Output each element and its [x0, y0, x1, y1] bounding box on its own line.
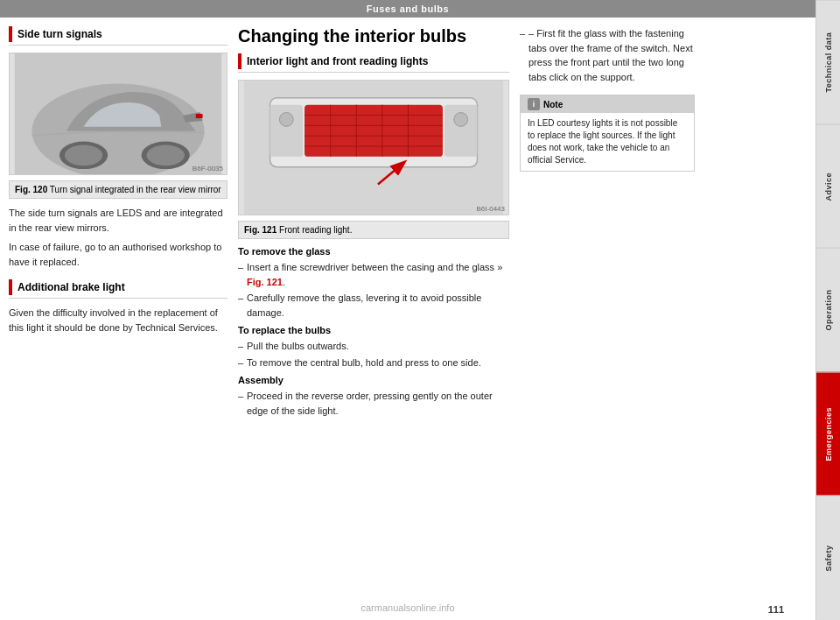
additional-brake-heading: Additional brake light [9, 279, 228, 299]
header-title: Fuses and bulbs [367, 4, 449, 14]
red-bar-decoration [9, 26, 12, 42]
right-column: – First fit the glass with the fastening… [520, 26, 695, 611]
fig-120-label: Fig. 120 [15, 185, 47, 194]
svg-rect-2 [196, 114, 203, 118]
red-bar-decoration-2 [9, 279, 12, 295]
svg-point-21 [454, 113, 468, 127]
page-number: 111 [768, 604, 784, 615]
remove-item-1: Insert a fine screwdriver between the ca… [238, 260, 509, 289]
remove-glass-heading: To remove the glass [238, 246, 509, 257]
watermark: carmanualsonline.info [360, 602, 454, 613]
fig-121-text: Front reading light. [279, 225, 352, 235]
fig-120-caption: Fig. 120 Turn signal integrated in the r… [9, 180, 228, 199]
replace-item-1: Pull the bulbs outwards. [238, 339, 509, 354]
right-text-1: – First fit the glass with the fastening… [520, 26, 695, 84]
left-column: Side turn signals [9, 26, 228, 611]
fig-121-label: Fig. 121 [244, 225, 276, 235]
fig-121-ref[interactable]: Fig. 121 [247, 277, 283, 287]
fig-121-caption: Fig. 121 Front reading light. [238, 221, 509, 239]
car-image: B6F-0035 [9, 53, 228, 175]
additional-brake-body: Given the difficulty involved in the rep… [9, 306, 228, 335]
tab-operation[interactable]: Operation [816, 248, 840, 372]
interior-light-image: B6I-0443 [238, 80, 509, 215]
side-turn-signals-label: Side turn signals [18, 28, 102, 40]
svg-rect-9 [304, 105, 443, 157]
tab-technical-data[interactable]: Technical data [816, 0, 840, 124]
right-sidebar: Technical data Advice Operation Emergenc… [816, 0, 840, 620]
note-box: i Note In LED courtesy lights it is not … [520, 95, 695, 172]
red-bar-decoration-3 [238, 53, 242, 69]
content-area: Side turn signals [0, 18, 816, 620]
middle-column: Changing the interior bulbs Interior lig… [238, 26, 509, 611]
assembly-heading: Assembly [238, 375, 509, 385]
interior-light-heading: Interior light and front reading lights [238, 53, 509, 73]
remove-item-2: Carefully remove the glass, levering it … [238, 291, 509, 320]
assembly-item-1: Proceed in the reverse order, pressing g… [238, 389, 509, 418]
main-title: Changing the interior bulbs [238, 26, 509, 46]
note-icon: i [528, 98, 540, 110]
middle-img-code: B6I-0443 [477, 205, 505, 213]
left-img-code: B6F-0035 [192, 165, 223, 173]
tab-advice[interactable]: Advice [816, 124, 840, 249]
tab-emergencies[interactable]: Emergencies [816, 372, 840, 497]
note-text: In LED courtesy lights it is not possibl… [528, 118, 677, 165]
replace-bulbs-heading: To replace the bulbs [238, 325, 509, 335]
additional-brake-label: Additional brake light [18, 281, 125, 293]
side-turn-body-2: In case of failure, go to an authorised … [9, 240, 228, 269]
main-content: Fuses and bulbs Side turn signals [0, 0, 816, 620]
interior-light-label: Interior light and front reading lights [247, 55, 428, 67]
svg-point-6 [147, 144, 185, 166]
note-body: In LED courtesy lights it is not possibl… [521, 113, 694, 171]
note-label: Note [543, 100, 563, 109]
replace-item-2: To remove the central bulb, hold and pre… [238, 356, 509, 370]
side-turn-signals-heading: Side turn signals [9, 26, 228, 46]
svg-point-4 [65, 144, 102, 166]
fig-120-text: Turn signal integrated in the rear view … [50, 185, 221, 194]
header-bar: Fuses and bulbs [0, 0, 816, 18]
side-turn-body-1: The side turn signals are LEDS and are i… [9, 206, 228, 235]
svg-point-20 [279, 113, 293, 127]
note-header: i Note [521, 95, 694, 113]
tab-safety[interactable]: Safety [816, 496, 840, 620]
